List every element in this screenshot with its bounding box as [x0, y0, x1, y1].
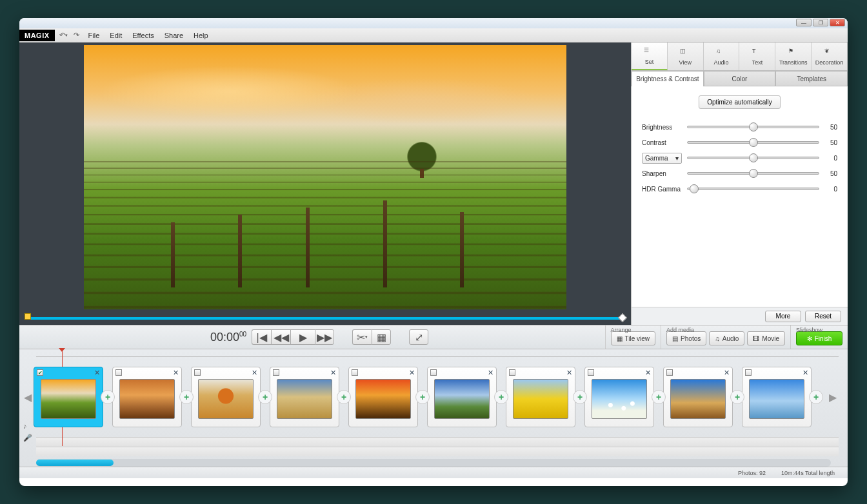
cut-button[interactable]: ✂▾ [352, 329, 372, 345]
timeline: ◀ ✔✕+✕+✕+✕+✕+✕+✕+✕+✕+✕+ ▶ ♪ 🎤 [19, 349, 848, 467]
transition-slot-6[interactable]: + [575, 392, 584, 402]
clip-check-icon[interactable] [745, 369, 752, 376]
menu-effects[interactable]: Effects [127, 32, 159, 39]
slider-thumb[interactable] [690, 184, 699, 193]
group-button[interactable]: ▦ [372, 329, 391, 345]
rtab-audio[interactable]: ♫Audio [704, 43, 740, 70]
timeline-nav-right[interactable]: ▶ [827, 371, 839, 423]
slider-contrast[interactable] [687, 141, 819, 144]
transition-slot-8[interactable]: + [733, 392, 742, 402]
slider-thumb[interactable] [749, 138, 758, 147]
reset-button[interactable]: Reset [805, 311, 841, 322]
note-icon: ♫ [715, 335, 720, 342]
transition-slot-0[interactable]: + [103, 392, 112, 402]
voice-track-icon[interactable]: 🎤 [23, 434, 32, 442]
clip-remove-icon[interactable]: ✕ [173, 369, 179, 377]
clip-1[interactable]: ✕ [112, 367, 182, 427]
transition-slot-end[interactable]: + [812, 392, 821, 402]
subtab-templates[interactable]: Templates [775, 71, 848, 86]
rewind-button[interactable]: ◀◀ [271, 329, 290, 345]
undo-button[interactable]: ↶▾ [57, 30, 70, 41]
timeline-ruler[interactable] [36, 349, 839, 357]
fullscreen-button[interactable]: ⤢ [409, 329, 428, 345]
rtab-view[interactable]: ◫View [668, 43, 704, 70]
add-photos-button[interactable]: ▤Photos [666, 331, 706, 345]
clip-4[interactable]: ✕ [348, 367, 418, 427]
more-button[interactable]: More [765, 311, 801, 322]
clip-remove-icon[interactable]: ✕ [330, 369, 336, 377]
timeline-nav-left[interactable]: ◀ [22, 371, 34, 423]
clip-3[interactable]: ✕ [270, 367, 339, 427]
clip-check-icon[interactable] [352, 369, 358, 376]
playhead-handle[interactable] [25, 313, 31, 320]
clip-check-icon[interactable] [430, 369, 437, 376]
music-track-icon[interactable]: ♪ [23, 422, 32, 430]
clip-remove-icon[interactable]: ✕ [94, 369, 100, 377]
optimize-auto-button[interactable]: Optimize automatically [699, 95, 781, 109]
slider-brightness[interactable] [687, 126, 819, 128]
tile-view-button[interactable]: ▦Tile view [611, 331, 656, 345]
transition-slot-2[interactable]: + [261, 392, 270, 402]
audio-track-2[interactable] [36, 447, 839, 456]
clip-check-icon[interactable] [273, 369, 279, 376]
clip-0[interactable]: ✔✕ [34, 367, 103, 427]
clip-2[interactable]: ✕ [191, 367, 261, 427]
add-movie-button[interactable]: 🎞Movie [747, 331, 785, 345]
slider-hdr-gamma[interactable] [687, 188, 819, 190]
slider-label-gamma[interactable]: Gamma ▾ [642, 153, 682, 164]
clip-remove-icon[interactable]: ✕ [724, 369, 730, 377]
text-icon: T [752, 48, 762, 58]
transition-slot-3[interactable]: + [339, 392, 348, 402]
transition-slot-4[interactable]: + [418, 392, 427, 402]
menu-help[interactable]: Help [188, 32, 214, 39]
clip-check-icon[interactable] [509, 369, 515, 376]
clip-check-icon[interactable] [666, 369, 673, 376]
clip-8[interactable]: ✕ [663, 367, 733, 427]
clip-7[interactable]: ✕ [584, 367, 654, 427]
clip-remove-icon[interactable]: ✕ [252, 369, 257, 377]
transition-slot-1[interactable]: + [182, 392, 191, 402]
subtab-brightness-contrast[interactable]: Brightness & Contrast [632, 71, 704, 86]
maximize-button[interactable]: ❐ [813, 19, 828, 26]
forward-button[interactable]: ▶▶ [315, 329, 334, 345]
transition-slot-5[interactable]: + [497, 392, 506, 402]
add-audio-button[interactable]: ♫Audio [709, 331, 744, 345]
skip-start-button[interactable]: |◀ [252, 329, 271, 345]
menu-edit[interactable]: Edit [105, 32, 127, 39]
clip-remove-icon[interactable]: ✕ [802, 369, 808, 377]
finish-button[interactable]: ✻Finish [796, 331, 842, 345]
clip-remove-icon[interactable]: ✕ [566, 369, 572, 377]
clip-remove-icon[interactable]: ✕ [488, 369, 493, 377]
menu-share[interactable]: Share [159, 32, 188, 39]
clip-check-icon[interactable] [588, 369, 594, 376]
audio-track-1[interactable] [36, 437, 839, 447]
clip-check-icon[interactable] [115, 369, 122, 376]
slider-thumb[interactable] [749, 153, 758, 162]
transition-slot-7[interactable]: + [654, 392, 663, 402]
play-button[interactable]: ▶ [290, 329, 315, 345]
close-button[interactable]: ✕ [830, 19, 845, 26]
slider-thumb[interactable] [749, 122, 758, 131]
clip-remove-icon[interactable]: ✕ [645, 369, 651, 377]
subtab-color[interactable]: Color [704, 71, 776, 86]
menu-file[interactable]: File [83, 32, 105, 39]
rtab-set[interactable]: ☰Set [632, 43, 668, 70]
clip-check-icon[interactable] [194, 369, 201, 376]
preview-scrubber[interactable] [25, 313, 626, 322]
clip-9[interactable]: ✕ [742, 367, 812, 427]
clip-6[interactable]: ✕ [506, 367, 575, 427]
rtab-transitions[interactable]: ⚑Transitions [775, 43, 812, 70]
clip-5[interactable]: ✕ [427, 367, 497, 427]
slider-sharpen[interactable] [687, 172, 819, 175]
rtab-text[interactable]: TText [739, 43, 775, 70]
rtab-decoration[interactable]: ❦Decoration [812, 43, 848, 70]
minimize-button[interactable]: — [796, 19, 812, 26]
clip-check-icon[interactable]: ✔ [37, 369, 43, 376]
slider-gamma[interactable] [687, 157, 819, 159]
clip-remove-icon[interactable]: ✕ [409, 369, 415, 377]
slider-thumb[interactable] [749, 169, 758, 178]
playhead-end[interactable] [618, 313, 627, 322]
timeline-scroll-handle[interactable] [36, 460, 114, 466]
redo-button[interactable]: ↷ [70, 30, 83, 41]
timeline-scrollbar[interactable] [36, 459, 831, 467]
